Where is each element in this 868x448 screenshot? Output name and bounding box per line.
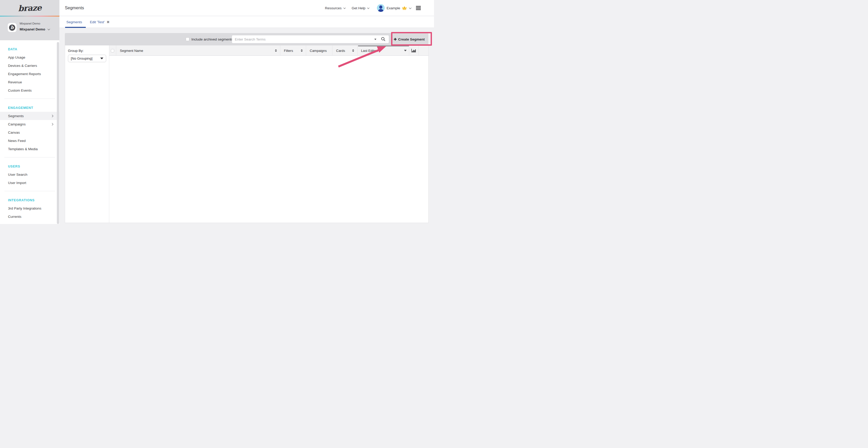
search-dropdown-caret-icon[interactable] [374,39,376,40]
workspace-app-icon: b [8,23,17,32]
sidebar-item-revenue[interactable]: Revenue [0,78,59,86]
section-title-users: USERS [0,165,59,168]
hamburger-menu-icon[interactable] [416,6,421,10]
include-archived-label: Include archived segments [191,33,233,45]
segments-toolbar: Include archived segments ✚ Create Segme… [65,33,428,45]
header-cell-analytics[interactable] [409,45,418,56]
column-label: Segment Name [116,49,143,53]
section-title-integrations: INTEGRATIONS [0,199,59,202]
resources-menu[interactable]: Resources [325,6,345,10]
account-name: Example [386,6,400,10]
chevron-down-icon[interactable] [409,6,411,9]
sidebar-item-3rd-party-integrations[interactable]: 3rd Party Integrations [0,204,59,212]
sidebar-item-app-usage[interactable]: App Usage [0,53,59,61]
chevron-right-icon [51,114,54,117]
sidebar: braze b Mixpanel Demo Mixpanel Demo DATA… [0,0,59,224]
last-edited-dropdown-icon[interactable] [404,50,407,51]
tab-bar: Segments Edit 'Test' ✖ [59,16,434,28]
sort-icon[interactable] [352,49,354,52]
segments-table-header: Segment Name Filters Campaigns Cards Las… [109,45,429,56]
group-by-label: Group By: [68,49,84,53]
logo-header: braze [0,0,59,16]
sidebar-item-currents[interactable]: Currents [0,212,59,221]
group-by-select[interactable]: [No Grouping] [68,55,106,62]
header-cell-filters[interactable]: Filters [280,45,306,56]
tab-label: Segments [66,20,82,24]
page-title: Segments [65,5,84,10]
bar-chart-icon [411,49,416,53]
resources-label: Resources [325,6,342,10]
sidebar-scrollbar[interactable] [57,42,59,224]
sidebar-item-user-import[interactable]: User Import [0,179,59,187]
column-label: Campaigns [306,49,327,53]
sidebar-item-custom-events[interactable]: Custom Events [0,86,59,95]
divider [4,99,55,99]
sidebar-item-templates-media[interactable]: Templates & Media [0,145,59,153]
chevron-right-icon [51,123,54,126]
sidebar-item-news-feed[interactable]: News Feed [0,137,59,145]
avatar-head [379,5,382,9]
sidebar-item-segments[interactable]: Segments [0,112,59,120]
sidebar-item-label: Campaigns [8,122,26,126]
workspace-switcher[interactable]: b Mixpanel Demo Mixpanel Demo [0,16,59,40]
sort-icon[interactable] [275,49,277,52]
user-avatar[interactable] [377,4,385,12]
workspace-name: Mixpanel Demo [20,27,45,31]
header-cell-empty [418,45,428,56]
crown-icon [402,6,407,10]
tab-label: Edit 'Test' [90,20,104,24]
get-help-label: Get Help [351,6,365,10]
tab-segments[interactable]: Segments [66,16,82,28]
column-label: Last Edited [358,49,378,53]
column-active-strip [358,45,409,46]
search-input[interactable] [232,35,389,43]
header-cell-checkbox [109,45,116,56]
search-icon[interactable] [381,37,385,41]
tab-edit-test[interactable]: Edit 'Test' ✖ [90,16,110,28]
section-title-engagement: ENGAGEMENT [0,106,59,110]
header-cell-segment-name[interactable]: Segment Name [116,45,280,56]
create-segment-label: Create Segment [398,37,425,41]
header-cell-cards[interactable]: Cards [332,45,357,56]
avatar-body [378,9,383,12]
create-segment-button[interactable]: ✚ Create Segment [394,33,425,45]
main-content: Include archived segments ✚ Create Segme… [59,28,434,224]
header-cell-last-edited[interactable]: Last Edited [357,45,409,56]
sidebar-item-user-search[interactable]: User Search [0,170,59,179]
include-archived-checkbox[interactable] [186,37,189,41]
group-by-panel: Group By: [No Grouping] [65,45,109,223]
column-label: Filters [280,49,293,53]
sidebar-item-devices-carriers[interactable]: Devices & Carriers [0,61,59,70]
header-cell-campaigns[interactable]: Campaigns [306,45,332,56]
plus-icon: ✚ [394,37,397,41]
segments-table-body [109,56,429,223]
sidebar-item-label: Segments [8,114,24,118]
chevron-down-icon [344,7,346,9]
sidebar-nav: DATA App Usage Devices & Carriers Engage… [0,47,59,221]
sidebar-item-campaigns[interactable]: Campaigns [0,120,59,128]
dropdown-arrow-icon [100,58,103,59]
get-help-menu[interactable]: Get Help [351,6,369,10]
sidebar-item-engagement-reports[interactable]: Engagement Reports [0,70,59,78]
braze-b-icon: b [9,25,15,31]
title-bar: Segments Resources Get Help Example [59,0,434,16]
section-title-data: DATA [0,47,59,51]
sort-icon[interactable] [301,49,303,52]
sidebar-item-canvas[interactable]: Canvas [0,128,59,137]
divider [4,191,55,191]
column-label: Cards [333,49,345,53]
chevron-down-icon[interactable] [48,28,50,30]
close-icon[interactable]: ✖ [107,20,110,24]
braze-logo: braze [18,3,41,13]
group-by-value: [No Grouping] [71,57,92,60]
select-all-checkbox[interactable] [111,49,114,53]
workspace-company: Mixpanel Demo [20,22,40,25]
divider [4,157,55,158]
chevron-down-icon [367,7,369,9]
